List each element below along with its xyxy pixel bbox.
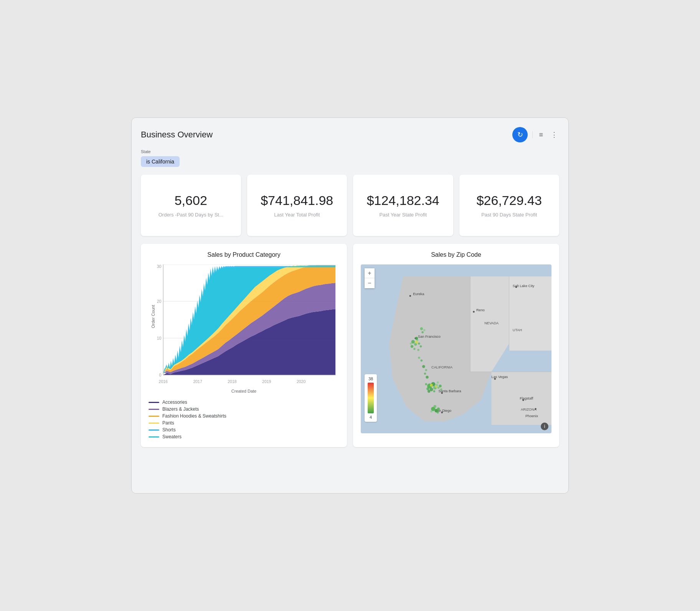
svg-text:Flagstaff: Flagstaff	[520, 396, 533, 400]
chart-legend: Accessories Blazers & Jackets Fashion Ho…	[149, 400, 339, 439]
refresh-icon: ↻	[517, 130, 523, 139]
map-info-button[interactable]: i	[541, 423, 548, 430]
map-svg: Eureka Reno NEVADA San Francisco Salt La…	[361, 264, 551, 433]
sales-by-zip-title: Sales by Zip Code	[361, 251, 551, 258]
metric-value-last-year-profit: $741,841.98	[261, 193, 333, 208]
svg-point-53	[415, 337, 418, 340]
svg-text:30: 30	[157, 264, 162, 269]
sales-by-zip-chart: Sales by Zip Code	[353, 244, 559, 447]
svg-point-74	[437, 408, 440, 410]
area-chart-wrapper: Order Count 0 10 20 30	[149, 264, 339, 387]
svg-point-87	[435, 386, 437, 388]
metric-value-orders: 5,602	[175, 193, 207, 208]
svg-point-77	[420, 327, 423, 330]
svg-point-75	[430, 410, 433, 413]
legend-color-accessories	[149, 402, 159, 403]
svg-point-79	[421, 331, 424, 334]
svg-point-78	[423, 329, 426, 331]
svg-text:San Francisco: San Francisco	[418, 335, 441, 339]
legend-item-pants: Pants	[149, 420, 339, 426]
svg-text:0: 0	[159, 373, 162, 378]
svg-point-67	[433, 390, 436, 393]
zoom-in-icon: +	[368, 270, 371, 276]
y-axis-label: Order Count	[151, 305, 155, 328]
legend-color-hoodies	[149, 416, 159, 417]
svg-text:2017: 2017	[193, 379, 202, 384]
metric-card-orders: 5,602 Orders -Past 90 Days by St...	[141, 175, 241, 236]
metric-value-past-year-state-profit: $124,182.34	[367, 193, 439, 208]
legend-color-blazers	[149, 409, 159, 410]
legend-label-shorts: Shorts	[162, 427, 176, 433]
zoom-out-button[interactable]: −	[365, 278, 375, 288]
svg-point-27	[473, 311, 475, 313]
legend-color-pants	[149, 423, 159, 424]
area-chart-svg: 0 10 20 30 2016 2017 2018 2019 2020	[149, 264, 339, 387]
metric-label-past-90-days-profit: Past 90 Days State Profit	[481, 212, 537, 218]
header-divider	[532, 131, 533, 138]
filter-icon-button[interactable]: ≡	[537, 129, 545, 140]
svg-point-55	[410, 342, 412, 345]
refresh-button[interactable]: ↻	[512, 127, 528, 142]
map-legend-gradient	[368, 383, 374, 413]
svg-point-64	[425, 383, 428, 385]
metric-label-last-year-profit: Last Year Total Profit	[274, 212, 320, 218]
filter-chip-text: is California	[146, 159, 174, 165]
map-legend-max: 38	[368, 377, 373, 381]
metric-card-past-90-days-profit: $26,729.43 Past 90 Days State Profit	[459, 175, 560, 236]
svg-point-80	[418, 357, 420, 359]
legend-label-accessories: Accessories	[162, 400, 187, 405]
state-filter-chip[interactable]: is California	[141, 156, 180, 167]
legend-color-sweaters	[149, 436, 159, 438]
svg-text:2018: 2018	[228, 379, 236, 384]
map-legend-min: 4	[370, 415, 372, 419]
svg-point-85	[426, 376, 428, 378]
svg-point-65	[438, 386, 440, 389]
more-options-button[interactable]: ⋮	[549, 129, 559, 140]
metrics-row: 5,602 Orders -Past 90 Days by St... $741…	[141, 175, 559, 236]
svg-point-73	[434, 405, 436, 408]
svg-point-84	[424, 373, 426, 375]
svg-point-56	[420, 345, 422, 348]
svg-point-70	[440, 388, 442, 391]
metric-label-past-year-state-profit: Past Year State Profit	[379, 212, 427, 218]
legend-item-shorts: Shorts	[149, 427, 339, 433]
svg-text:NEVADA: NEVADA	[484, 321, 499, 325]
map-wrapper: Eureka Reno NEVADA San Francisco Salt La…	[361, 264, 551, 433]
filter-label: State	[141, 149, 559, 154]
svg-point-88	[415, 341, 418, 343]
svg-text:Salt Lake City: Salt Lake City	[513, 284, 535, 288]
svg-point-82	[422, 365, 425, 368]
page-title: Business Overview	[141, 130, 213, 140]
legend-label-sweaters: Sweaters	[162, 434, 182, 439]
svg-text:20: 20	[157, 299, 162, 304]
svg-text:2016: 2016	[159, 379, 168, 384]
sales-by-category-chart: Sales by Product Category Order Count	[141, 244, 347, 447]
map-color-legend: 38 4	[365, 374, 377, 422]
legend-label-blazers: Blazers & Jackets	[162, 406, 199, 412]
filter-lines-icon: ≡	[539, 131, 543, 139]
legend-color-shorts	[149, 429, 159, 431]
filter-section: State is California	[141, 149, 559, 167]
svg-point-76	[437, 411, 439, 414]
svg-text:Las Vegas: Las Vegas	[492, 375, 508, 379]
metric-label-orders: Orders -Past 90 Days by St...	[158, 212, 223, 218]
svg-text:ARIZONA: ARIZONA	[521, 408, 537, 411]
zoom-in-button[interactable]: +	[365, 268, 375, 278]
svg-text:CALIFORNIA: CALIFORNIA	[431, 365, 453, 369]
svg-point-66	[428, 390, 430, 393]
svg-point-26	[409, 295, 411, 297]
metric-card-last-year-profit: $741,841.98 Last Year Total Profit	[247, 175, 347, 236]
map-zoom-controls: + −	[365, 268, 375, 288]
legend-label-hoodies: Fashion Hoodies & Sweatshirts	[162, 413, 226, 419]
header: Business Overview ↻ ≡ ⋮	[141, 127, 559, 142]
svg-point-69	[439, 385, 441, 387]
svg-text:10: 10	[157, 336, 162, 341]
metric-value-past-90-days-profit: $26,729.43	[477, 193, 542, 208]
svg-point-68	[437, 381, 439, 384]
svg-point-83	[425, 369, 428, 371]
legend-item-accessories: Accessories	[149, 400, 339, 405]
more-vert-icon: ⋮	[551, 131, 558, 139]
charts-row: Sales by Product Category Order Count	[141, 244, 559, 447]
zoom-out-icon: −	[368, 280, 371, 286]
legend-item-blazers: Blazers & Jackets	[149, 406, 339, 412]
